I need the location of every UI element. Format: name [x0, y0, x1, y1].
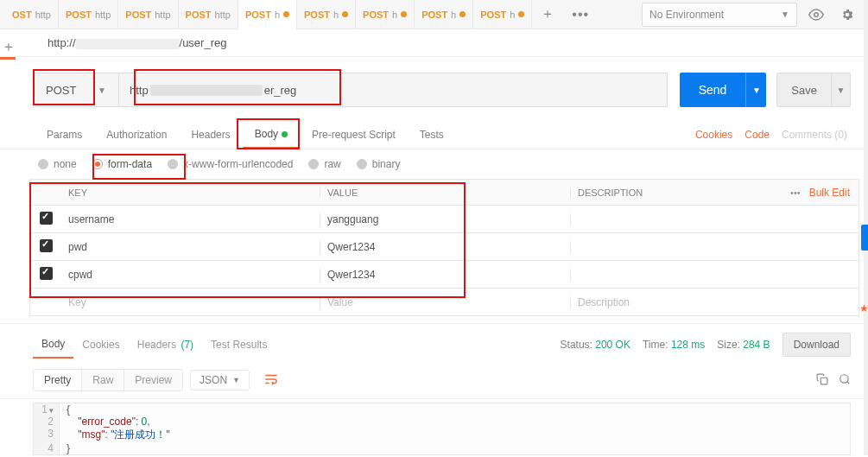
view-pretty[interactable]: Pretty: [34, 370, 82, 390]
request-tab[interactable]: POST http: [179, 0, 238, 29]
tab-add[interactable]: ＋: [532, 0, 563, 29]
format-select[interactable]: JSON ▼: [190, 370, 250, 390]
table-row: username yangguang: [30, 206, 858, 233]
send-dropdown[interactable]: ▼: [745, 73, 766, 107]
cookies-link[interactable]: Cookies: [695, 129, 732, 141]
checkbox[interactable]: [40, 239, 53, 252]
request-tab[interactable]: POST http: [59, 0, 118, 29]
svg-point-0: [814, 12, 819, 16]
gear-icon[interactable]: [835, 3, 859, 27]
col-header-description: DESCRIPTION: [571, 187, 763, 198]
svg-rect-1: [820, 378, 827, 384]
request-tab[interactable]: POST h: [356, 0, 415, 29]
side-marker: ★: [859, 302, 868, 314]
tab-authorization[interactable]: Authorization: [94, 122, 179, 148]
desc-input-placeholder[interactable]: Description: [571, 296, 763, 308]
key-cell[interactable]: username: [61, 213, 320, 225]
url-input[interactable]: httper_reg: [119, 73, 668, 107]
checkbox[interactable]: [40, 212, 53, 225]
table-row: cpwd Qwer1234: [30, 261, 858, 289]
request-tab[interactable]: POST h: [415, 0, 473, 29]
resp-tab-tests[interactable]: Test Results: [202, 332, 276, 358]
table-row: pwd Qwer1234: [30, 233, 858, 261]
key-cell[interactable]: cpwd: [61, 269, 320, 281]
environment-select[interactable]: No Environment ▼: [642, 3, 797, 27]
value-cell[interactable]: yangguang: [320, 213, 571, 225]
tab-overflow[interactable]: •••: [563, 0, 598, 29]
caret-down-icon: ▼: [98, 86, 106, 95]
key-input-placeholder[interactable]: Key: [61, 296, 320, 308]
request-tab[interactable]: POST h: [297, 0, 356, 29]
svg-line-3: [847, 381, 850, 384]
side-panel-tab[interactable]: [861, 225, 868, 251]
breadcrumb: http:///user_reg: [0, 29, 868, 57]
method-select[interactable]: POST ▼: [33, 73, 119, 107]
size-label: Size: 284 B: [717, 339, 770, 351]
tab-headers[interactable]: Headers: [179, 122, 242, 148]
code-link[interactable]: Code: [744, 129, 770, 141]
value-cell[interactable]: Qwer1234: [320, 241, 571, 253]
request-tab[interactable]: POST http: [118, 0, 178, 29]
time-label: Time: 128 ms: [643, 339, 705, 351]
radio-urlencoded[interactable]: x-www-form-urlencoded: [168, 158, 293, 170]
new-request-icon[interactable]: ＋: [2, 38, 16, 56]
download-button[interactable]: Download: [782, 333, 851, 357]
search-icon[interactable]: [839, 373, 851, 388]
resp-tab-headers[interactable]: Headers (7): [129, 332, 202, 358]
save-dropdown[interactable]: ▼: [832, 73, 851, 107]
col-header-key: KEY: [61, 187, 320, 198]
resp-tab-cookies[interactable]: Cookies: [73, 332, 128, 358]
comments-link[interactable]: Comments (0): [782, 129, 847, 141]
key-cell[interactable]: pwd: [61, 241, 320, 253]
value-input-placeholder[interactable]: Value: [320, 296, 571, 308]
send-button[interactable]: Send: [680, 73, 746, 107]
view-preview[interactable]: Preview: [124, 370, 182, 390]
response-body[interactable]: 1▾{ 2 "error_code": 0, 3 "msg": "注册成功！" …: [33, 403, 851, 455]
dot-indicator-icon: [282, 131, 288, 137]
more-icon[interactable]: •••: [790, 187, 801, 198]
request-tab[interactable]: POST h: [238, 0, 297, 29]
request-tab[interactable]: OST http: [5, 0, 59, 29]
environment-label: No Environment: [649, 9, 724, 21]
tab-params[interactable]: Params: [35, 122, 94, 148]
method-label: POST: [46, 84, 76, 97]
request-tab[interactable]: POST h: [473, 0, 532, 29]
svg-point-2: [840, 374, 848, 382]
tab-body[interactable]: Body: [243, 121, 300, 149]
bulk-edit-link[interactable]: Bulk Edit: [809, 187, 850, 199]
radio-binary[interactable]: binary: [357, 158, 401, 170]
col-header-value: VALUE: [320, 187, 571, 198]
view-raw[interactable]: Raw: [82, 370, 124, 390]
caret-down-icon: ▼: [781, 10, 789, 19]
save-button[interactable]: Save: [776, 73, 832, 107]
copy-icon[interactable]: [816, 373, 828, 388]
radio-formdata[interactable]: form-data: [92, 158, 152, 170]
wrap-icon[interactable]: [257, 370, 286, 391]
tab-prerequest[interactable]: Pre-request Script: [300, 122, 408, 148]
tab-tests[interactable]: Tests: [408, 122, 456, 148]
radio-raw[interactable]: raw: [308, 158, 340, 170]
radio-none[interactable]: none: [38, 158, 77, 170]
checkbox[interactable]: [40, 267, 53, 280]
eye-icon[interactable]: [804, 3, 828, 27]
value-cell[interactable]: Qwer1234: [320, 269, 571, 281]
left-accent: [0, 57, 16, 60]
status-label: Status: 200 OK: [561, 339, 630, 351]
resp-tab-body[interactable]: Body: [33, 331, 73, 359]
